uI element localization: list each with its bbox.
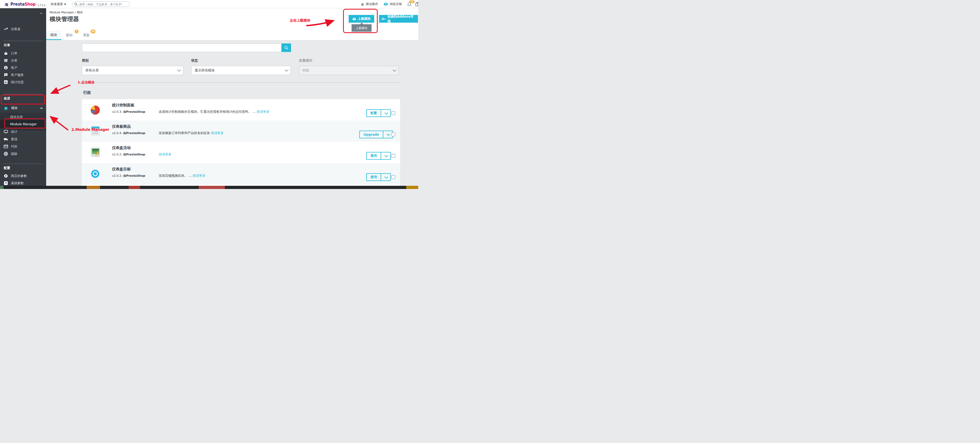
notifications-button[interactable]: 12: [407, 2, 411, 6]
sidebar-item-label: 国际: [11, 152, 18, 156]
sidebar-item-catalog[interactable]: 分类: [4, 58, 18, 63]
module-action-group: Upgrade: [359, 130, 393, 138]
description-text: 这是统计控制面板的主模块。它显示您现有所有统计的总结资料。 ...: [159, 110, 256, 114]
chevron-down-icon: [384, 111, 388, 114]
sidebar-subitem-module-catalog[interactable]: 模块目录: [10, 115, 23, 119]
connect-addons-button[interactable]: 连接到Addons市场: [379, 15, 418, 23]
caret-down-icon: [64, 4, 66, 5]
module-checkbox[interactable]: [391, 132, 395, 137]
action-dropdown-button[interactable]: [381, 152, 390, 159]
tab-modules[interactable]: 模块: [46, 31, 61, 40]
breadcrumb-separator: /: [75, 11, 76, 14]
module-checkbox[interactable]: [391, 175, 395, 179]
sidebar-item-orders[interactable]: 订单: [4, 51, 18, 56]
module-checkbox[interactable]: [391, 111, 395, 115]
quick-access-menu[interactable]: 快速通道: [51, 0, 66, 8]
breadcrumb[interactable]: Module Manager / 模块: [49, 10, 83, 14]
global-search-input[interactable]: [79, 3, 127, 6]
chevron-up-icon[interactable]: [40, 106, 43, 110]
sidebar-item-shipping[interactable]: 配送: [4, 137, 18, 141]
pie-chart-icon: [91, 106, 100, 114]
sidebar-item-payment[interactable]: 付款: [4, 144, 18, 149]
arrow-to-modules: [52, 85, 70, 93]
tab-notifications[interactable]: 通知2: [62, 31, 76, 40]
module-search-button[interactable]: [282, 43, 291, 52]
sidebar-item-shop-parameters[interactable]: 商店的参数: [4, 173, 27, 178]
debug-mode-button[interactable]: 调试模式: [361, 2, 378, 6]
sidebar-item-advanced-parameters[interactable]: 高级参数: [4, 181, 24, 186]
bulk-actions-select[interactable]: 卸载: [299, 66, 399, 75]
read-more-link[interactable]: 阅读更多: [256, 110, 269, 114]
sidebar-item-stats[interactable]: 统计信息: [4, 80, 24, 84]
read-more-link[interactable]: 阅读更多: [192, 174, 205, 178]
globe-icon: [4, 152, 8, 156]
module-icon-stats-dashboard: [91, 105, 100, 114]
module-title: 统计控制面板: [112, 103, 134, 108]
module-icon-dashboard-activity: [91, 148, 100, 157]
annotation-step1: 1.点击模块: [78, 80, 94, 85]
action-dropdown-button[interactable]: [383, 131, 392, 138]
taskbar-segment: [406, 186, 418, 189]
gear-icon: [4, 174, 8, 178]
module-author: 由PrestaShop: [123, 174, 145, 178]
status-select[interactable]: 显示所有模块: [191, 66, 291, 75]
module-author: 由PrestaShop: [123, 110, 145, 114]
chevron-down-icon: [177, 68, 181, 72]
gear-square-icon: [4, 181, 8, 185]
module-list: 统计控制面板 v2.0.3- 由PrestaShop 这是统计控制面板的主模块。…: [82, 99, 400, 186]
sidebar-item-customers[interactable]: 客户: [4, 65, 18, 70]
sidebar-item-design[interactable]: 设计: [4, 129, 18, 134]
module-description: 阅读更多: [159, 152, 172, 157]
read-more-link[interactable]: 阅读更多: [159, 152, 172, 156]
version-number: v2.0.3-: [112, 110, 123, 114]
tab-updates[interactable]: 更新30: [80, 31, 93, 40]
status-filter-label: 状态: [191, 59, 198, 63]
module-version: v2.0.2- 由PrestaShop: [112, 174, 145, 178]
version-number: v2.0.4-: [112, 132, 123, 135]
upgrade-button[interactable]: Upgrade: [360, 131, 383, 138]
cloud-upload-icon: [352, 17, 356, 21]
category-select[interactable]: 所有分类: [82, 66, 183, 75]
sidebar-header-configure: 配置: [4, 166, 10, 170]
sidebar-item-customer-service[interactable]: 客户服务: [4, 73, 24, 77]
monitor-icon: [4, 130, 8, 134]
debug-mode-label: 调试模式: [366, 2, 378, 6]
module-checkbox[interactable]: [391, 154, 395, 158]
disable-button[interactable]: 禁用: [367, 152, 381, 159]
sidebar-header-improve: 改进: [4, 96, 10, 101]
sidebar-item-international[interactable]: 国际: [4, 151, 18, 156]
sidebar-header-sell: 出售: [4, 43, 10, 48]
taskbar-segment: [129, 186, 140, 189]
version-label: 1.7.5.2: [37, 4, 45, 8]
puzzle-icon: [4, 106, 8, 110]
upload-module-button[interactable]: 上载模块: [348, 15, 374, 23]
sidebar-collapse-button[interactable]: «: [40, 11, 42, 15]
truck-icon: [4, 137, 8, 141]
sidebar-item-dashboard[interactable]: 仪表盘: [4, 27, 21, 32]
module-search-input[interactable]: [82, 43, 282, 52]
sidebar-item-label: 设计: [11, 130, 18, 134]
quick-access-label: 快速通道: [51, 2, 63, 6]
action-dropdown-button[interactable]: [381, 174, 390, 181]
key-icon: [382, 17, 386, 20]
tooltip-label: 上载模块: [356, 26, 368, 30]
breadcrumb-root[interactable]: Module Manager: [49, 11, 74, 14]
sidebar-item-modules[interactable]: 模块: [4, 106, 18, 110]
bulk-actions-label: 批量操作: [299, 59, 312, 63]
configure-button[interactable]: 配置: [367, 110, 381, 116]
tab-label: 模块: [51, 33, 57, 37]
sidebar-subitem-module-manager[interactable]: Module Manager: [10, 122, 37, 126]
action-dropdown-button[interactable]: [381, 110, 390, 116]
target-icon: [91, 169, 100, 178]
module-description: 添加最新订单列表和产品排名的区块 阅读更多: [159, 131, 224, 135]
sidebar-item-label: 订单: [11, 51, 18, 56]
gift-icon[interactable]: [415, 2, 418, 7]
prestashop-logo[interactable]: PrestaShop 1.7.5.2: [4, 0, 45, 8]
global-search[interactable]: [72, 2, 130, 7]
description-text: 添加最新订单列表和产品排名的区块: [159, 131, 211, 135]
module-action-group: 禁用: [366, 152, 391, 160]
status-select-value: 显示所有模块: [195, 68, 215, 73]
read-more-link[interactable]: 阅读更多: [211, 131, 224, 135]
view-shop-button[interactable]: 浏览店铺: [383, 2, 402, 6]
disable-button[interactable]: 禁用: [367, 174, 381, 181]
